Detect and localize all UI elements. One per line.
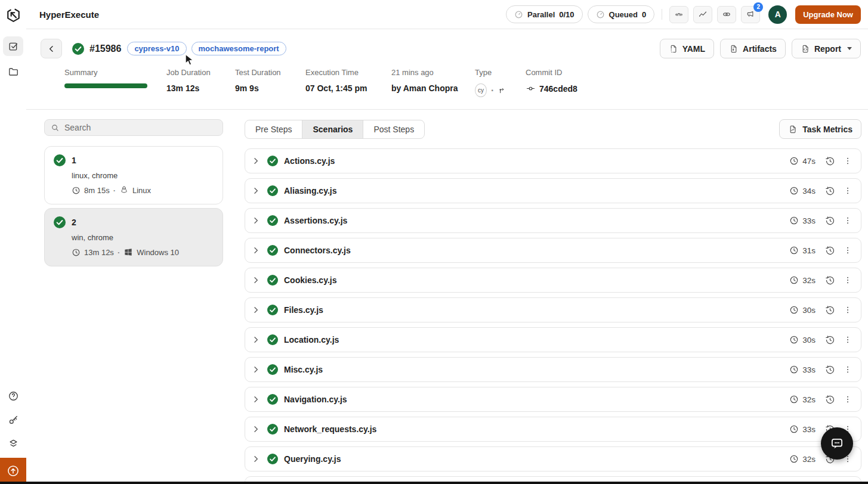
hyperexecute-logo-icon[interactable] xyxy=(5,7,21,23)
scenario-row[interactable]: Files.cy.js 30s xyxy=(245,297,861,322)
artifacts-button[interactable]: Artifacts xyxy=(720,39,786,58)
expand-chevron-icon[interactable] xyxy=(251,305,261,315)
tab-scenarios[interactable]: Scenarios xyxy=(302,120,363,138)
search-input[interactable] xyxy=(64,123,217,132)
kebab-menu-icon[interactable] xyxy=(843,335,852,345)
file-dashed-icon xyxy=(669,44,678,54)
history-icon[interactable] xyxy=(825,186,835,196)
kebab-menu-icon[interactable] xyxy=(843,246,852,255)
kebab-menu-icon[interactable] xyxy=(843,216,852,225)
job-tag[interactable]: mochawesome-report xyxy=(191,42,286,55)
folder-icon xyxy=(8,66,19,77)
separator-dot xyxy=(118,248,120,257)
task-card[interactable]: 1 linux, chrome 8m 15s Linux xyxy=(44,146,223,204)
scenario-row[interactable]: Navigation.cy.js 32s xyxy=(245,387,861,412)
scenario-row[interactable]: Aliasing.cy.js 34s xyxy=(245,178,861,203)
search-box[interactable] xyxy=(44,119,223,136)
queued-pill[interactable]: Queued 0 xyxy=(588,5,655,23)
expand-chevron-icon[interactable] xyxy=(251,365,261,374)
history-icon[interactable] xyxy=(825,216,835,226)
kebab-menu-icon[interactable] xyxy=(843,275,852,285)
scenario-row[interactable]: Connectors.cy.js 31s xyxy=(245,238,861,263)
execution-time-label: Execution Time xyxy=(305,68,372,77)
expand-chevron-icon[interactable] xyxy=(251,156,261,166)
scenario-name: Misc.cy.js xyxy=(284,365,323,374)
report-button[interactable]: Report xyxy=(792,39,861,58)
history-icon[interactable] xyxy=(825,156,835,166)
kebab-menu-icon[interactable] xyxy=(843,395,852,404)
tab-pre-steps[interactable]: Pre Steps xyxy=(245,120,302,138)
expand-chevron-icon[interactable] xyxy=(251,246,261,255)
windows-icon xyxy=(123,247,133,257)
scenario-duration-group: 33s xyxy=(789,365,816,374)
history-icon[interactable] xyxy=(825,335,835,345)
expand-chevron-icon[interactable] xyxy=(251,395,261,404)
scenario-row[interactable]: Actions.cy.js 47s xyxy=(245,148,861,173)
kebab-menu-icon[interactable] xyxy=(843,365,852,374)
expand-chevron-icon[interactable] xyxy=(251,186,261,196)
rail-item-projects[interactable] xyxy=(3,62,23,82)
chat-widget-button[interactable] xyxy=(821,427,853,460)
insights-button[interactable] xyxy=(693,6,712,23)
avatar[interactable]: A xyxy=(768,5,787,24)
expand-chevron-icon[interactable] xyxy=(251,216,261,225)
history-icon[interactable] xyxy=(825,246,835,256)
task-metrics-button[interactable]: Task Metrics xyxy=(779,119,861,139)
history-icon[interactable] xyxy=(825,305,835,315)
separator-dot xyxy=(113,186,116,195)
history-icon[interactable] xyxy=(825,275,835,286)
rail-upgrade-button[interactable] xyxy=(0,458,26,484)
git-branch-icon xyxy=(498,86,506,95)
rail-item-help[interactable] xyxy=(3,386,23,405)
job-duration-label: Job Duration xyxy=(166,68,216,77)
scenario-row[interactable]: Network_requests.cy.js 33s xyxy=(245,417,861,442)
back-button[interactable] xyxy=(41,39,62,58)
link-button[interactable] xyxy=(717,6,736,23)
scenario-name: Location.cy.js xyxy=(284,335,339,345)
task-card[interactable]: 2 win, chrome 13m 12s Windows 10 xyxy=(44,208,223,266)
window-bottom-edge xyxy=(0,482,868,484)
job-tag[interactable]: cypress-v10 xyxy=(127,42,186,55)
task-os-label: Windows 10 xyxy=(137,248,179,257)
scenario-row[interactable]: Cookies.cy.js 32s xyxy=(245,268,861,293)
scenario-duration: 30s xyxy=(802,336,816,345)
scenario-row[interactable]: Querying.cy.js 32s xyxy=(245,446,861,471)
execution-time-value: 07 Oct, 1:45 pm xyxy=(305,83,372,93)
chat-bubble-icon xyxy=(829,436,845,451)
announcements-button[interactable]: 2 xyxy=(741,6,760,23)
scenario-row[interactable]: Assertions.cy.js 33s xyxy=(245,208,861,233)
success-check-icon xyxy=(267,275,278,286)
parallel-usage-pill[interactable]: Parallel 0/10 xyxy=(506,5,583,23)
scenario-duration-group: 31s xyxy=(789,246,816,255)
upgrade-now-button[interactable]: Upgrade Now xyxy=(795,5,861,24)
scenario-row[interactable]: Misc.cy.js 33s xyxy=(245,357,861,382)
tab-post-steps[interactable]: Post Steps xyxy=(363,120,424,138)
clock-icon xyxy=(789,454,799,464)
scenario-name: Connectors.cy.js xyxy=(284,246,351,255)
kebab-menu-icon[interactable] xyxy=(843,305,852,315)
scenario-duration: 31s xyxy=(802,246,816,255)
expand-chevron-icon[interactable] xyxy=(251,454,261,464)
history-icon[interactable] xyxy=(825,395,835,405)
expand-chevron-icon[interactable] xyxy=(251,335,261,345)
scenario-duration-group: 32s xyxy=(789,275,816,285)
rail-item-keys[interactable] xyxy=(3,410,23,429)
divider xyxy=(662,9,662,20)
file-zip-icon xyxy=(729,44,739,54)
yaml-button[interactable]: YAML xyxy=(660,39,714,58)
automation-button[interactable] xyxy=(669,6,688,23)
job-tag-label: mochawesome-report xyxy=(199,44,279,53)
file-code-icon xyxy=(801,44,810,54)
scenario-name: Cookies.cy.js xyxy=(284,275,336,285)
expand-chevron-icon[interactable] xyxy=(251,275,261,285)
clock-icon xyxy=(789,186,799,196)
test-duration-label: Test Duration xyxy=(235,68,286,77)
queued-value: 0 xyxy=(642,10,646,19)
kebab-menu-icon[interactable] xyxy=(843,186,852,196)
rail-item-integrations[interactable] xyxy=(3,434,23,453)
rail-item-test-runs[interactable] xyxy=(3,36,23,56)
expand-chevron-icon[interactable] xyxy=(251,424,261,434)
scenario-row[interactable]: Location.cy.js 30s xyxy=(245,327,861,352)
kebab-menu-icon[interactable] xyxy=(843,156,852,166)
history-icon[interactable] xyxy=(825,365,835,375)
